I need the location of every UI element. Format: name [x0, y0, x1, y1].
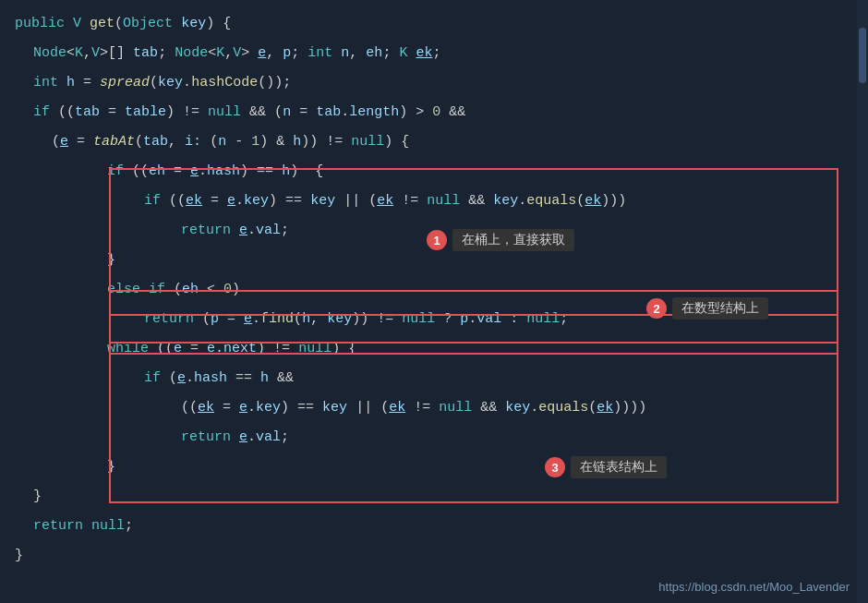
- code-line-7: if (( ek = e . key ) == key || ( ek != n…: [0, 187, 868, 216]
- code-line-13: if ( e . hash == h &&: [0, 364, 868, 393]
- code-line-12: while (( e = e . next ) != null ) {: [0, 334, 868, 364]
- code-viewer: public V get ( Object key ) { Node < K ,…: [0, 0, 868, 603]
- fn-get: get: [90, 11, 115, 37]
- scrollbar-thumb[interactable]: [859, 28, 866, 83]
- annotation-badge-1: 1 在桶上，直接获取: [427, 229, 574, 251]
- code-line-2: Node < K , V >[] tab ; Node < K , V > e …: [0, 39, 868, 68]
- code-line-19: }: [0, 541, 868, 571]
- scrollbar[interactable]: [857, 0, 868, 603]
- badge-number-2: 2: [646, 298, 667, 319]
- var-key: key: [181, 11, 206, 37]
- type-v: V: [73, 11, 81, 37]
- code-line-4: if (( tab = table ) != null && ( n = tab…: [0, 98, 868, 127]
- annotation-badge-3: 3 在链表结构上: [545, 456, 667, 478]
- type-object: Object: [123, 11, 173, 37]
- annotation-badge-2: 2 在数型结构上: [646, 297, 768, 320]
- code-line-1: public V get ( Object key ) {: [0, 9, 868, 39]
- code-line-15: return e . val ;: [0, 423, 868, 452]
- badge-number-3: 3: [545, 457, 565, 477]
- badge-label-1: 在桶上，直接获取: [452, 229, 574, 251]
- badge-label-2: 在数型结构上: [672, 297, 768, 320]
- code-line-6: if (( eh = e . hash ) == h ) {: [0, 157, 868, 187]
- code-line-5: ( e = tabAt ( tab , i: ( n - 1 ) & h )) …: [0, 127, 868, 157]
- badge-number-1: 1: [427, 230, 447, 250]
- badge-label-3: 在链表结构上: [571, 456, 667, 478]
- keyword-public: public: [15, 11, 65, 37]
- footer-url: https://blog.csdn.net/Moo_Lavender: [658, 580, 850, 594]
- code-line-16: }: [0, 452, 868, 482]
- code-line-14: (( ek = e . key ) == key || ( ek != null…: [0, 393, 868, 423]
- code-line-17: }: [0, 482, 868, 512]
- code-line-18: return null ;: [0, 512, 868, 541]
- code-line-3: int h = spread ( key . hashCode ());: [0, 68, 868, 98]
